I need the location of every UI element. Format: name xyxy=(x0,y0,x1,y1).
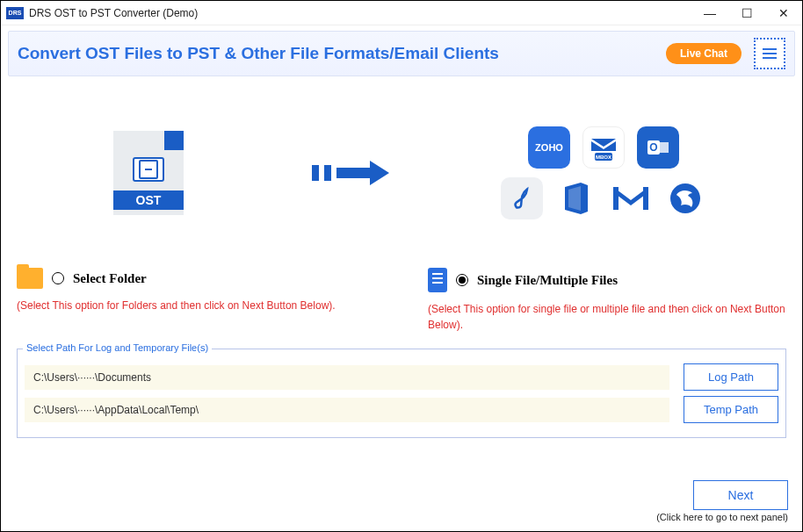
close-button[interactable]: ✕ xyxy=(765,1,802,25)
window-title: DRS OST to PST Converter (Demo) xyxy=(29,7,198,19)
maximize-button[interactable]: ☐ xyxy=(728,1,765,25)
temp-path-input[interactable] xyxy=(25,398,669,422)
titlebar: DRS DRS OST to PST Converter (Demo) — ☐ … xyxy=(1,1,802,25)
hamburger-icon xyxy=(762,47,778,60)
temp-path-button[interactable]: Temp Path xyxy=(684,396,778,423)
app-logo-icon: DRS xyxy=(6,7,24,19)
pdf-icon xyxy=(501,177,543,219)
next-hint: (Click here to go to next panel) xyxy=(656,512,788,522)
office-icon xyxy=(555,177,597,219)
next-button[interactable]: Next xyxy=(693,480,788,510)
single-file-option[interactable]: Single File/Multiple Files (Select This … xyxy=(428,268,786,333)
hero-graphic: OST ZOHO MBOX O xyxy=(17,85,786,261)
single-file-radio[interactable] xyxy=(456,274,468,286)
select-folder-hint: (Select This option for Folders and then… xyxy=(17,298,375,313)
page-title: Convert OST Files to PST & Other File Fo… xyxy=(18,44,666,63)
minimize-button[interactable]: — xyxy=(691,1,728,25)
arrow-icon xyxy=(280,161,421,185)
single-file-hint: (Select This option for single file or m… xyxy=(428,301,786,333)
single-file-label: Single File/Multiple Files xyxy=(477,273,618,288)
thunderbird-icon xyxy=(664,177,706,219)
ost-file-icon: OST xyxy=(113,131,184,215)
document-icon xyxy=(428,268,447,292)
paths-fieldset: Select Path For Log and Temporary File(s… xyxy=(17,349,786,438)
svg-text:MBOX: MBOX xyxy=(596,155,611,160)
mbox-icon: MBOX xyxy=(582,126,625,169)
menu-button[interactable] xyxy=(754,38,785,69)
svg-text:O: O xyxy=(649,141,657,154)
select-folder-radio[interactable] xyxy=(52,272,64,284)
select-folder-option[interactable]: Select Folder (Select This option for Fo… xyxy=(17,268,375,333)
gmail-icon xyxy=(610,177,652,219)
zoho-icon: ZOHO xyxy=(528,126,570,169)
folder-icon xyxy=(17,268,43,289)
outlook-icon: O xyxy=(637,126,679,169)
log-path-input[interactable] xyxy=(25,365,669,390)
paths-legend: Select Path For Log and Temporary File(s… xyxy=(23,342,212,353)
ost-label: OST xyxy=(113,191,184,210)
select-folder-label: Select Folder xyxy=(73,271,147,286)
live-chat-button[interactable]: Live Chat xyxy=(666,43,742,64)
header-bar: Convert OST Files to PST & Other File Fo… xyxy=(8,31,795,76)
log-path-button[interactable]: Log Path xyxy=(684,363,778,391)
